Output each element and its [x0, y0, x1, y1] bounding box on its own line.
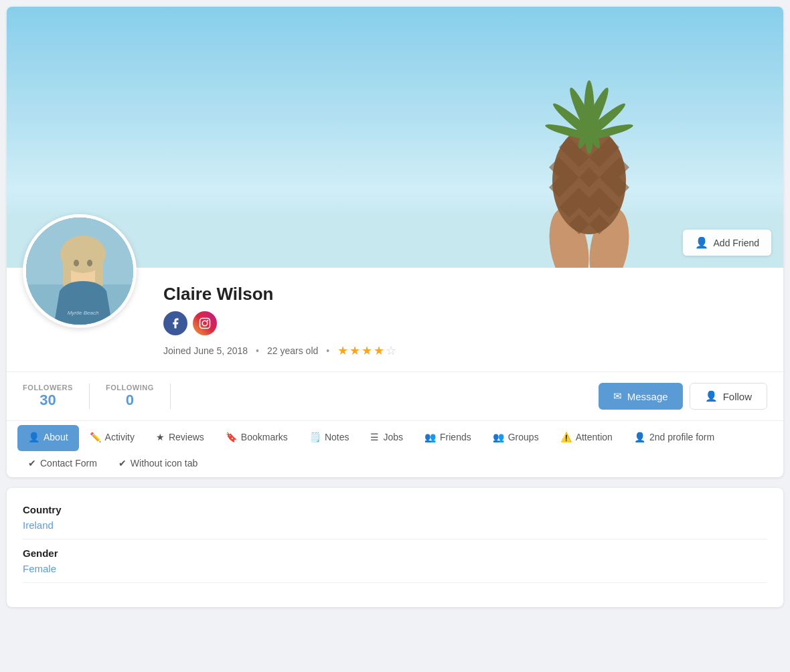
joined-date: Joined June 5, 2018 — [163, 345, 248, 356]
tab-2nd-profile[interactable]: 👤 2nd profile form — [623, 425, 725, 451]
pineapple-illustration — [529, 20, 649, 268]
avatar-inner: Myrtle Beach — [26, 218, 133, 325]
dot-separator-1: • — [256, 345, 259, 356]
country-value: Ireland — [23, 519, 767, 531]
message-button[interactable]: ✉ Message — [599, 383, 683, 410]
profile-name: Claire Wilson — [163, 284, 767, 305]
tab-contact-form-icon: ✔ — [28, 458, 36, 469]
tab-activity-label: Activity — [105, 432, 135, 442]
profile-card: 👤 Add Friend — [7, 7, 783, 477]
star-2: ★ — [349, 343, 360, 358]
country-field-section: Country Ireland — [23, 504, 767, 539]
tab-groups[interactable]: 👥 Groups — [482, 425, 550, 451]
followers-count: 30 — [40, 392, 56, 409]
tab-notes-label: Notes — [325, 432, 349, 442]
profile-info-section: Myrtle Beach Claire Wilson — [7, 268, 783, 363]
tab-groups-label: Groups — [508, 432, 539, 442]
tab-jobs-label: Jobs — [383, 432, 403, 442]
tab-friends-icon: 👥 — [424, 432, 436, 442]
tab-attention-label: Attention — [576, 432, 613, 442]
add-friend-icon: 👤 — [695, 236, 708, 249]
tab-attention[interactable]: ⚠️ Attention — [550, 425, 623, 451]
message-icon: ✉ — [613, 390, 622, 402]
tab-without-icon[interactable]: ✔ Without icon tab — [108, 451, 208, 477]
gender-value: Female — [23, 563, 767, 574]
svg-rect-38 — [200, 319, 210, 329]
age-text: 22 years old — [267, 345, 318, 356]
content-card: Country Ireland Gender Female — [7, 488, 783, 607]
star-1: ★ — [337, 343, 348, 358]
tab-about-icon: 👤 — [28, 432, 40, 442]
social-icons-row — [163, 311, 767, 335]
tab-2nd-profile-icon: 👤 — [634, 432, 645, 442]
following-label: FOLLOWING — [106, 384, 154, 392]
followers-label: FOLLOWERS — [23, 384, 73, 392]
stats-actions: ✉ Message 👤 Follow — [599, 383, 767, 410]
followers-stat: FOLLOWERS 30 — [23, 384, 90, 409]
svg-rect-33 — [63, 254, 71, 288]
tab-notes[interactable]: 🗒️ Notes — [299, 425, 360, 451]
star-4: ★ — [374, 343, 384, 358]
tab-reviews[interactable]: ★ Reviews — [145, 425, 215, 451]
following-stat: FOLLOWING 0 — [90, 384, 171, 409]
tab-about-label: About — [44, 432, 68, 442]
tab-bookmarks-icon: 🔖 — [226, 432, 237, 442]
tab-activity[interactable]: ✏️ Activity — [79, 425, 145, 451]
tab-notes-icon: 🗒️ — [309, 432, 321, 442]
following-count: 0 — [126, 392, 134, 409]
follow-label: Follow — [723, 391, 752, 402]
message-label: Message — [627, 391, 668, 402]
tab-reviews-label: Reviews — [169, 432, 204, 442]
stats-bar: FOLLOWERS 30 FOLLOWING 0 ✉ Message 👤 Fol… — [7, 371, 783, 420]
gender-label: Gender — [23, 548, 767, 559]
tab-contact-form-label: Contact Form — [40, 458, 97, 469]
follow-icon: 👤 — [705, 390, 718, 402]
country-label: Country — [23, 504, 767, 515]
tab-about[interactable]: 👤 About — [17, 425, 79, 451]
tab-bookmarks-label: Bookmarks — [241, 432, 288, 442]
tab-reviews-icon: ★ — [156, 432, 165, 442]
tab-activity-icon: ✏️ — [90, 432, 101, 442]
avatar: Myrtle Beach — [23, 214, 137, 328]
star-rating: ★ ★ ★ ★ ☆ — [337, 343, 396, 358]
tab-bookmarks[interactable]: 🔖 Bookmarks — [215, 425, 299, 451]
tab-jobs-icon: ☰ — [370, 432, 379, 442]
svg-point-39 — [202, 321, 208, 326]
add-friend-button[interactable]: 👤 Add Friend — [683, 230, 771, 256]
svg-rect-34 — [95, 254, 103, 288]
tab-2nd-profile-label: 2nd profile form — [649, 432, 714, 442]
star-3: ★ — [362, 343, 372, 358]
tab-friends[interactable]: 👥 Friends — [414, 425, 482, 451]
facebook-icon[interactable] — [163, 311, 187, 335]
page-wrapper: 👤 Add Friend — [0, 0, 790, 614]
tab-attention-icon: ⚠️ — [560, 432, 572, 442]
tab-friends-label: Friends — [440, 432, 471, 442]
dot-separator-2: • — [326, 345, 329, 356]
svg-point-35 — [74, 260, 79, 266]
gender-field-section: Gender Female — [23, 548, 767, 583]
tabs-section: 👤 About ✏️ Activity ★ Reviews 🔖 Bookmark… — [7, 420, 783, 477]
tab-contact-form[interactable]: ✔ Contact Form — [17, 451, 108, 477]
tabs-row: 👤 About ✏️ Activity ★ Reviews 🔖 Bookmark… — [17, 421, 773, 477]
svg-text:Myrtle Beach: Myrtle Beach — [68, 310, 99, 316]
tab-groups-icon: 👥 — [493, 432, 504, 442]
tab-without-icon-label: Without icon tab — [131, 458, 198, 469]
add-friend-label: Add Friend — [714, 238, 759, 248]
instagram-icon[interactable] — [193, 311, 217, 335]
tab-jobs[interactable]: ☰ Jobs — [360, 425, 414, 451]
svg-point-40 — [207, 320, 208, 321]
star-5: ☆ — [386, 343, 396, 358]
profile-meta: Joined June 5, 2018 • 22 years old • ★ ★… — [163, 343, 767, 358]
follow-button[interactable]: 👤 Follow — [690, 383, 767, 410]
tab-without-icon-icon: ✔ — [118, 458, 127, 469]
svg-point-36 — [87, 260, 92, 266]
